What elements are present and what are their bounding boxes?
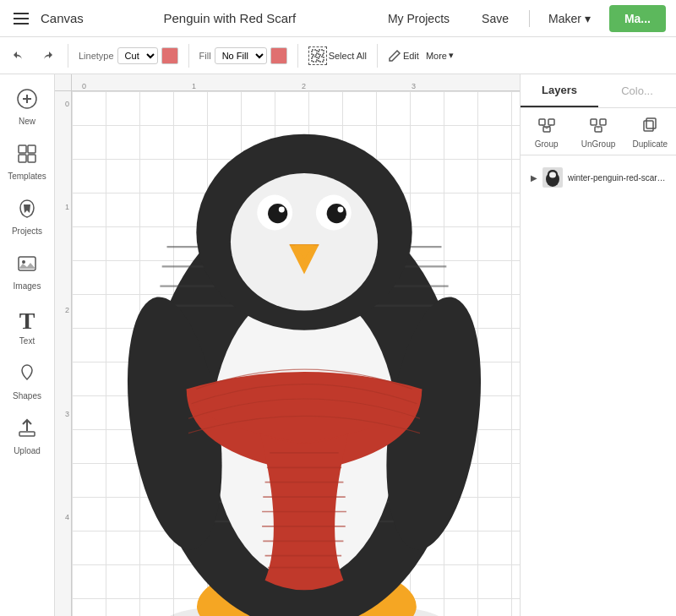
separator-3: [297, 44, 298, 68]
undo-icon: [12, 48, 27, 63]
images-label: Images: [14, 281, 41, 291]
duplicate-button[interactable]: Duplicate: [624, 108, 676, 155]
divider: [529, 10, 530, 27]
svg-rect-8: [28, 145, 35, 153]
svg-point-43: [327, 204, 346, 223]
fill-label: Fill: [199, 51, 211, 61]
hamburger-icon: [14, 13, 29, 25]
top-bar-left: Canvas: [10, 9, 84, 28]
fill-color-swatch[interactable]: [270, 47, 287, 64]
select-all-icon: [308, 46, 327, 65]
svg-rect-7: [19, 145, 26, 153]
svg-rect-13: [19, 432, 35, 436]
svg-rect-2: [312, 57, 317, 62]
projects-icon: [16, 198, 38, 225]
text-label: Text: [19, 336, 35, 346]
shapes-icon: [16, 363, 38, 390]
upload-icon: [16, 417, 38, 444]
sidebar-item-new[interactable]: New: [3, 81, 52, 133]
svg-rect-58: [646, 118, 656, 128]
penguin-design[interactable]: [106, 100, 503, 616]
tab-layers[interactable]: Layers: [521, 74, 598, 107]
sidebar-item-shapes[interactable]: Shapes: [3, 356, 52, 407]
maker-button[interactable]: Maker ▾: [538, 7, 601, 30]
edit-button[interactable]: Edit: [388, 49, 419, 63]
chevron-down-icon: ▾: [585, 12, 591, 25]
ruler-h-1: 1: [190, 82, 300, 90]
svg-rect-52: [591, 119, 597, 125]
layers-toolbar: Group UnGroup Duplicate: [521, 108, 676, 155]
app-title: Canvas: [41, 11, 84, 25]
ungroup-icon: [589, 115, 608, 138]
ruler-h-3: 3: [410, 82, 520, 90]
top-bar-right: My Projects Save Maker ▾ Ma...: [376, 5, 666, 32]
separator-1: [68, 44, 68, 68]
upload-label: Upload: [14, 446, 41, 455]
right-panel: Layers Colo... Group UnGroup: [520, 74, 676, 616]
templates-icon: [16, 143, 38, 170]
layers-content: ▶ winter-penguin-red-scarf-...: [521, 155, 676, 616]
ruler-v-4: 4: [65, 513, 71, 616]
projects-label: Projects: [12, 226, 42, 236]
ruler-top: 0 1 2 3: [72, 74, 520, 91]
color-tab-label: Colo...: [621, 84, 653, 97]
project-title: Penguin with Red Scarf: [94, 11, 366, 25]
new-label: New: [19, 117, 35, 126]
svg-rect-49: [543, 127, 550, 132]
group-label: Group: [535, 139, 559, 149]
make-button[interactable]: Ma...: [609, 5, 666, 32]
svg-rect-3: [319, 57, 324, 62]
group-button[interactable]: Group: [521, 108, 572, 155]
hamburger-menu-button[interactable]: [10, 9, 32, 28]
undo-button[interactable]: [8, 45, 30, 67]
ruler-corner: [55, 74, 72, 91]
sidebar-item-text[interactable]: T Text: [3, 301, 52, 352]
select-all-button[interactable]: Select All: [308, 46, 367, 65]
ruler-v-2: 2: [65, 306, 71, 409]
svg-rect-47: [539, 119, 545, 125]
fill-select[interactable]: No Fill: [215, 47, 267, 64]
duplicate-label: Duplicate: [632, 139, 668, 149]
ungroup-button[interactable]: UnGroup: [572, 108, 624, 155]
new-icon: [16, 88, 38, 115]
fill-group: Fill No Fill: [199, 47, 287, 64]
main-content: New Templates Projects Images T Text: [0, 74, 676, 616]
left-sidebar: New Templates Projects Images T Text: [0, 74, 55, 616]
svg-rect-48: [548, 119, 554, 125]
tab-color[interactable]: Colo...: [598, 74, 676, 107]
layer-thumbnail: [542, 167, 563, 188]
more-chevron-icon: ▾: [449, 50, 454, 61]
sidebar-item-templates[interactable]: Templates: [3, 136, 52, 188]
layer-name: winter-penguin-red-scarf-...: [568, 173, 666, 183]
sidebar-item-upload[interactable]: Upload: [3, 411, 52, 462]
linetype-color-swatch[interactable]: [161, 47, 178, 64]
ruler-v-3: 3: [65, 410, 71, 513]
svg-point-61: [549, 172, 556, 178]
save-button[interactable]: Save: [470, 7, 521, 30]
linetype-group: Linetype Cut: [79, 47, 178, 64]
images-icon: [16, 253, 38, 280]
svg-rect-1: [319, 50, 324, 55]
redo-button[interactable]: [35, 45, 57, 67]
ungroup-label: UnGroup: [581, 139, 616, 149]
templates-label: Templates: [8, 172, 46, 181]
canvas-area[interactable]: 0 1 2 3 0 1 2 3 4: [55, 74, 520, 616]
separator-4: [377, 44, 378, 68]
sidebar-item-projects[interactable]: Projects: [3, 191, 52, 243]
svg-point-42: [268, 204, 287, 223]
top-bar: Canvas Penguin with Red Scarf My Project…: [0, 0, 676, 37]
more-label: More: [426, 51, 447, 61]
undo-redo-group: [8, 45, 57, 67]
svg-rect-57: [644, 121, 653, 131]
toolbar: Linetype Cut Fill No Fill Select All Edi…: [0, 37, 676, 74]
my-projects-button[interactable]: My Projects: [376, 7, 461, 30]
linetype-select[interactable]: Cut: [117, 47, 158, 64]
ruler-h-0: 0: [80, 82, 190, 90]
select-all-svg: [310, 48, 325, 63]
svg-point-12: [22, 260, 25, 264]
layer-item[interactable]: ▶ winter-penguin-red-scarf-...: [527, 162, 669, 193]
more-button[interactable]: More ▾: [426, 50, 454, 61]
ruler-left: 0 1 2 3 4: [55, 91, 72, 616]
svg-point-44: [279, 207, 285, 213]
sidebar-item-images[interactable]: Images: [3, 246, 52, 297]
